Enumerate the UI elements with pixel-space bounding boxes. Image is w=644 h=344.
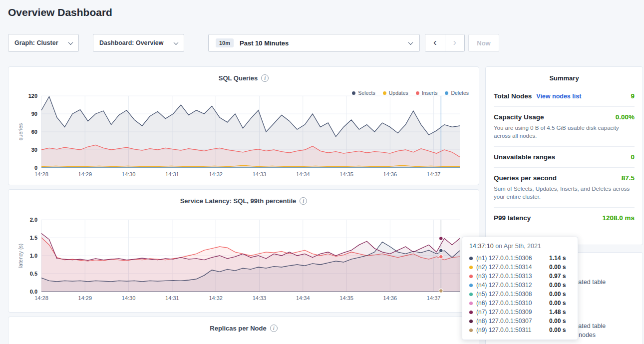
tooltip-node-value: 0.00 s (549, 327, 566, 334)
summary-description: Sum of Selects, Updates, Inserts, and De… (494, 185, 635, 201)
summary-label: Total Nodes (494, 92, 532, 100)
svg-text:14:34: 14:34 (296, 295, 310, 301)
svg-text:14:32: 14:32 (209, 295, 223, 301)
tooltip-time: 14:37:10 (469, 243, 494, 250)
tooltip-node-value: 0.00 s (549, 291, 566, 298)
svg-text:14:36: 14:36 (383, 295, 397, 301)
replicas-per-node-title: Replicas per Node (210, 325, 266, 332)
svg-text:14:29: 14:29 (78, 295, 92, 301)
time-range-dropdown[interactable]: 10m Past 10 Minutes (208, 34, 420, 52)
chevron-right-icon: › (453, 36, 456, 47)
svg-text:14:32: 14:32 (209, 171, 223, 177)
summary-row: Unavailable ranges0 (494, 146, 635, 167)
summary-value: 9 (631, 92, 635, 100)
svg-text:14:30: 14:30 (122, 171, 136, 177)
svg-text:14:29: 14:29 (78, 171, 92, 177)
info-icon[interactable]: i (261, 74, 269, 82)
chart-hover-tooltip: 14:37:10 on Apr 5th, 2021 (n1) 127.0.0.1… (462, 237, 578, 340)
svg-text:queries: queries (17, 123, 23, 140)
chevron-down-icon (68, 40, 73, 45)
tooltip-row: (n8) 127.0.0.1:503070.00 s (469, 317, 571, 326)
tooltip-node-label: (n4) 127.0.0.1:50312 (476, 282, 549, 289)
svg-text:14:37: 14:37 (427, 171, 441, 177)
svg-text:1.0: 1.0 (30, 253, 37, 259)
summary-value: 87.5 (622, 174, 635, 182)
summary-label: Capacity Usage (494, 113, 544, 121)
summary-row: Queries per second87.5Sum of Selects, Up… (494, 167, 635, 207)
svg-text:30: 30 (31, 147, 37, 153)
node-color-dot-icon (469, 302, 473, 305)
svg-text:14:36: 14:36 (383, 171, 397, 177)
service-latency-title: Service Latency: SQL, 99th percentile (180, 197, 297, 205)
tooltip-node-label: (n1) 127.0.0.1:50306 (476, 255, 549, 262)
svg-text:2.0: 2.0 (30, 217, 37, 223)
summary-panel: Summary Total NodesView nodes list9Capac… (485, 66, 643, 245)
info-icon[interactable]: i (270, 325, 278, 332)
svg-text:14:30: 14:30 (122, 295, 136, 301)
tooltip-node-value: 0.97 s (549, 273, 566, 280)
tooltip-header: 14:37:10 on Apr 5th, 2021 (469, 243, 571, 250)
chart-title-row: Replicas per Node i (8, 317, 479, 332)
tooltip-node-label: (n2) 127.0.0.1:50314 (476, 264, 549, 271)
chart-title-row: SQL Queries i (8, 67, 479, 82)
svg-text:90: 90 (31, 111, 37, 117)
summary-row: P99 latency1208.0 ms (494, 207, 635, 228)
chevron-left-icon: ‹ (433, 36, 437, 47)
node-color-dot-icon (469, 284, 473, 287)
graph-dropdown-label: Graph: Cluster (14, 39, 58, 46)
time-range-label: Past 10 Minutes (240, 39, 409, 47)
tooltip-date: on Apr 5th, 2021 (494, 243, 541, 250)
tooltip-node-label: (n3) 127.0.0.1:50313 (476, 273, 549, 280)
svg-text:14:37: 14:37 (427, 295, 441, 301)
svg-text:14:33: 14:33 (253, 171, 267, 177)
node-color-dot-icon (469, 293, 473, 296)
svg-text:14:31: 14:31 (165, 171, 179, 177)
svg-text:14:28: 14:28 (34, 171, 48, 177)
summary-value: 0.00% (616, 113, 635, 121)
now-button[interactable]: Now (468, 34, 499, 52)
info-icon[interactable]: i (300, 197, 307, 205)
sql-queries-panel: SQL Queries i SelectsUpdatesInsertsDelet… (8, 66, 479, 185)
svg-text:latency (s): latency (s) (17, 244, 23, 268)
graph-dropdown[interactable]: Graph: Cluster (8, 34, 79, 52)
node-color-dot-icon (469, 266, 473, 269)
svg-text:14:35: 14:35 (339, 171, 353, 177)
time-next-button[interactable]: › (445, 34, 465, 51)
tooltip-node-value: 1.14 s (549, 255, 566, 262)
tooltip-node-label: (n8) 127.0.0.1:50307 (476, 318, 549, 325)
dashboard-dropdown[interactable]: Dashboard: Overview (93, 34, 184, 52)
summary-value: 1208.0 ms (602, 214, 635, 222)
tooltip-row: (n4) 127.0.0.1:503120.00 s (469, 281, 571, 290)
summary-label: P99 latency (494, 214, 531, 222)
tooltip-row: (n2) 127.0.0.1:503140.00 s (469, 263, 571, 272)
summary-rows: Total NodesView nodes list9Capacity Usag… (486, 86, 643, 228)
summary-title: Summary (486, 67, 643, 86)
view-nodes-list-link[interactable]: View nodes list (536, 93, 581, 100)
node-color-dot-icon (469, 320, 473, 323)
summary-row: Capacity Usage0.00%You are using 0 B of … (494, 106, 635, 146)
node-color-dot-icon (469, 311, 473, 314)
tooltip-rows: (n1) 127.0.0.1:503061.14 s(n2) 127.0.0.1… (469, 254, 571, 335)
tooltip-row: (n5) 127.0.0.1:503080.00 s (469, 290, 571, 299)
svg-text:120: 120 (28, 93, 37, 99)
svg-text:14:28: 14:28 (34, 295, 48, 301)
summary-row: Total NodesView nodes list9 (494, 86, 635, 106)
replicas-per-node-panel: Replicas per Node i (8, 317, 479, 344)
tooltip-node-value: 1.48 s (549, 309, 566, 316)
time-prev-button[interactable]: ‹ (425, 34, 445, 51)
node-color-dot-icon (469, 275, 473, 278)
tooltip-node-label: (n6) 127.0.0.1:50310 (476, 300, 549, 307)
svg-text:0.0: 0.0 (30, 289, 37, 295)
tooltip-node-value: 0.00 s (549, 300, 566, 307)
chart-title-row: Service Latency: SQL, 99th percentile i (8, 190, 479, 205)
svg-text:60: 60 (31, 129, 37, 135)
sql-queries-chart[interactable]: 030609012014:2814:2914:3014:3114:3214:33… (15, 92, 468, 185)
service-latency-chart[interactable]: 0.00.51.01.52.014:2814:2914:3014:3114:32… (15, 216, 468, 309)
time-range-badge: 10m (216, 38, 234, 47)
tooltip-row: (n7) 127.0.0.1:503091.48 s (469, 308, 571, 317)
chevron-down-icon (408, 40, 413, 45)
tooltip-node-value: 0.00 s (549, 282, 566, 289)
service-latency-panel: Service Latency: SQL, 99th percentile i … (8, 189, 479, 313)
tooltip-node-value: 0.00 s (549, 264, 566, 271)
sql-queries-title: SQL Queries (219, 74, 258, 82)
